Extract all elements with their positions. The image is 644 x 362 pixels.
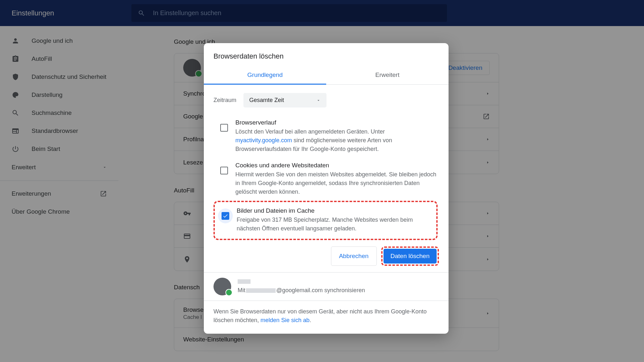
cache-title: Bilder und Dateien im Cache <box>237 207 435 214</box>
history-option: Browserverlauf Löscht den Verlauf bei al… <box>213 115 439 158</box>
time-range-row: Zeitraum Gesamte Zeit <box>213 93 439 107</box>
myactivity-link[interactable]: myactivity.google.com <box>235 137 292 144</box>
sync-email: Mit @googlemail.com synchronisieren <box>238 287 365 294</box>
redacted-name <box>238 279 251 284</box>
dialog-tabs: Grundlegend Erweitert <box>204 66 449 85</box>
chevron-down-icon <box>316 98 321 103</box>
dialog-body: Zeitraum Gesamte Zeit Browserverlauf Lös… <box>204 85 449 240</box>
clear-data-button[interactable]: Daten löschen <box>384 249 437 264</box>
tab-advanced[interactable]: Erweitert <box>326 66 449 85</box>
cookies-option: Cookies und andere Websitedaten Hiermit … <box>213 158 439 201</box>
avatar <box>213 278 231 295</box>
cookies-title: Cookies und andere Websitedaten <box>235 162 439 169</box>
clear-data-dialog: Browserdaten löschen Grundlegend Erweite… <box>204 43 449 334</box>
cookies-checkbox[interactable] <box>220 167 228 174</box>
signout-link[interactable]: melden Sie sich ab <box>260 317 309 323</box>
dialog-title: Browserdaten löschen <box>204 43 449 66</box>
time-range-label: Zeitraum <box>213 97 236 104</box>
history-desc: Löscht den Verlauf bei allen angemeldete… <box>235 127 439 153</box>
cache-highlight: Bilder und Dateien im Cache Freigabe von… <box>213 201 438 240</box>
time-range-value: Gesamte Zeit <box>249 97 284 104</box>
history-title: Browserverlauf <box>235 119 439 126</box>
cache-desc: Freigabe von 317 MB Speicherplatz. Manch… <box>237 216 435 233</box>
redacted-email <box>246 288 276 293</box>
cache-option: Bilder und Dateien im Cache Freigabe von… <box>215 203 435 237</box>
cancel-button[interactable]: Abbrechen <box>331 246 377 266</box>
history-checkbox[interactable] <box>220 124 228 132</box>
dialog-footer-note: Wenn Sie Browserdaten nur von diesem Ger… <box>204 301 449 334</box>
time-range-select[interactable]: Gesamte Zeit <box>243 93 327 107</box>
sync-info-row: Mit @googlemail.com synchronisieren <box>204 272 449 301</box>
dialog-actions: Abbrechen Daten löschen <box>204 243 449 272</box>
cookies-desc: Hiermit werden Sie von den meisten Websi… <box>235 170 439 196</box>
cache-checkbox[interactable] <box>222 212 229 220</box>
confirm-highlight: Daten löschen <box>381 246 439 266</box>
tab-basic[interactable]: Grundlegend <box>204 66 326 85</box>
